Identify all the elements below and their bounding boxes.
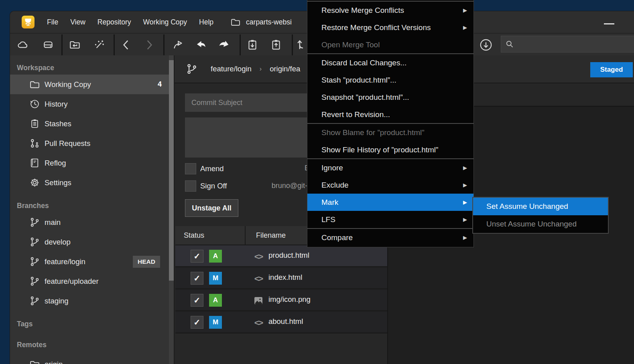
sidebar-item-working-copy[interactable]: Working Copy 4: [10, 75, 169, 94]
menu-item-show-file-history[interactable]: Show File History of ”product.html”: [307, 141, 473, 158]
toolbar-separator: [292, 34, 293, 55]
sidebar-item-label: Working Copy: [45, 80, 91, 89]
submenu-item-set-assume-unchanged[interactable]: Set Assume Unchanged: [473, 198, 608, 215]
file-checkbox[interactable]: ✓: [191, 294, 203, 307]
clipboard-down-icon[interactable]: [245, 38, 260, 52]
remote-branch[interactable]: origin/fea: [270, 65, 300, 73]
signoff-label: Sign Off: [200, 182, 227, 190]
forward-chevron-icon[interactable]: [142, 38, 156, 52]
redo-arrow-icon[interactable]: [217, 38, 232, 52]
file-checkbox[interactable]: ✓: [191, 316, 203, 329]
code-file-icon: <>: [253, 317, 264, 328]
menu-item-discard-local-changes[interactable]: Discard Local Changes...: [307, 54, 473, 71]
section-header-workspace: Workspace: [10, 61, 169, 75]
file-checkbox[interactable]: ✓: [191, 250, 203, 263]
sidebar-scrollbar[interactable]: [169, 55, 174, 364]
unstage-all-button[interactable]: Unstage All: [185, 199, 238, 217]
menu-item-stash-file[interactable]: Stash ”product.html”...: [307, 71, 473, 89]
sidebar-item-label: Settings: [45, 178, 71, 187]
sidebar-item-label: feature/uploader: [45, 277, 99, 286]
toolbar-separator: [240, 34, 241, 55]
magic-wand-icon[interactable]: [92, 38, 106, 52]
menu-item-ignore[interactable]: Ignore ▶: [307, 159, 473, 176]
menu-working-copy[interactable]: Working Copy: [143, 18, 187, 26]
staged-filter-button[interactable]: Staged: [590, 62, 633, 77]
sidebar-branch-main[interactable]: main: [10, 212, 169, 232]
sidebar-branch-feature-login[interactable]: feature/login HEAD: [10, 252, 169, 271]
search-icon: [505, 40, 514, 49]
back-chevron-icon[interactable]: [119, 38, 133, 52]
amend-checkbox[interactable]: [185, 163, 196, 174]
menu-item-compare[interactable]: Compare ▶: [307, 229, 473, 246]
status-badge-added: A: [209, 294, 222, 307]
toolbar-separator: [61, 34, 63, 55]
search-box[interactable]: [501, 36, 634, 53]
branch-icon: [29, 276, 40, 287]
menu-item-mark[interactable]: Mark ▶: [307, 194, 473, 211]
toolbar-separator: [114, 34, 115, 55]
undo-arrow-icon[interactable]: [194, 38, 208, 52]
sidebar-item-settings[interactable]: Settings: [10, 173, 169, 192]
search-input[interactable]: [517, 40, 622, 48]
signoff-checkbox[interactable]: [185, 180, 196, 192]
menu-item-revert-to-revision[interactable]: Revert to Revision...: [307, 106, 473, 123]
filename: img/icon.png: [268, 295, 311, 304]
sourcetree-app-icon: [21, 15, 35, 29]
sidebar-item-pull-requests[interactable]: Pull Requests: [10, 133, 169, 153]
menu-file[interactable]: File: [47, 18, 58, 26]
sidebar: Workspace Working Copy 4 History: [10, 55, 174, 364]
column-header-status[interactable]: Status: [175, 226, 246, 245]
share-arrow-icon[interactable]: [171, 38, 185, 52]
current-branch[interactable]: feature/login: [211, 65, 252, 73]
menu-view[interactable]: View: [70, 18, 85, 26]
sidebar-item-history[interactable]: History: [10, 94, 169, 114]
table-row[interactable]: ✓ A img/icon.png: [175, 289, 387, 311]
table-row[interactable]: ✓ A <> product.html: [175, 245, 387, 267]
section-header-branches: Branches: [10, 199, 169, 212]
status-badge-added: A: [209, 250, 222, 263]
table-row[interactable]: ✓ M <> index.html: [175, 267, 387, 289]
menu-item-lfs[interactable]: LFS ▶: [307, 211, 473, 228]
working-copy-count-badge: 4: [158, 80, 162, 89]
repo-tab[interactable]: carparts-websi: [230, 17, 292, 27]
branch-icon: [186, 63, 198, 75]
drive-icon[interactable]: [41, 38, 55, 52]
sidebar-item-label: History: [45, 100, 68, 109]
pull-request-icon: [29, 138, 40, 149]
sidebar-branch-staging[interactable]: staging: [10, 291, 169, 311]
push-arrow-icon[interactable]: [293, 38, 308, 52]
sidebar-item-stashes[interactable]: Stashes: [10, 114, 169, 133]
sidebar-item-label: Stashes: [45, 119, 71, 128]
minimize-button[interactable]: [604, 23, 614, 24]
sidebar-scrollbar-thumb[interactable]: [169, 60, 174, 281]
cloud-icon[interactable]: [16, 38, 30, 52]
check-icon: ✓: [194, 295, 201, 305]
folder-return-icon[interactable]: [68, 38, 82, 52]
amend-row: Amend: [185, 163, 224, 174]
table-row[interactable]: ✓ M <> about.html: [175, 311, 387, 334]
menu-item-snapshot-file[interactable]: Snapshot ”product.html”...: [307, 89, 473, 106]
clipboard-up-icon[interactable]: [269, 38, 283, 52]
menu-repository[interactable]: Repository: [98, 18, 131, 26]
sidebar-item-label: Reflog: [45, 159, 66, 168]
circle-down-arrow-icon[interactable]: [479, 38, 493, 52]
toolbar-separator: [163, 34, 165, 55]
submenu-arrow-icon: ▶: [463, 165, 467, 171]
menu-item-restore-merge-conflict-versions[interactable]: Restore Merge Conflict Versions ▶: [307, 19, 473, 36]
menu-help[interactable]: Help: [199, 18, 213, 26]
menu-item-open-merge-tool: Open Merge Tool: [307, 36, 473, 53]
menu-item-exclude[interactable]: Exclude ▶: [307, 176, 473, 194]
file-checkbox[interactable]: ✓: [191, 272, 203, 285]
menu-bar: File View Repository Working Copy Help: [47, 18, 213, 26]
menu-item-show-blame: Show Blame for ”product.html”: [307, 124, 473, 141]
sidebar-remote-origin[interactable]: origin: [10, 354, 169, 364]
menu-item-resolve-merge-conflicts[interactable]: Resolve Merge Conflicts ▶: [307, 2, 473, 19]
submenu-item-unset-assume-unchanged[interactable]: Unset Assume Unchanged: [473, 215, 608, 233]
gear-icon: [29, 177, 40, 188]
sidebar-branch-feature-uploader[interactable]: feature/uploader: [10, 271, 169, 291]
sidebar-branch-develop[interactable]: develop: [10, 232, 169, 252]
sidebar-item-label: Pull Requests: [45, 139, 90, 148]
sidebar-item-reflog[interactable]: Reflog: [10, 153, 169, 173]
submenu-arrow-icon: ▶: [463, 199, 467, 205]
status-badge-modified: M: [209, 316, 222, 329]
